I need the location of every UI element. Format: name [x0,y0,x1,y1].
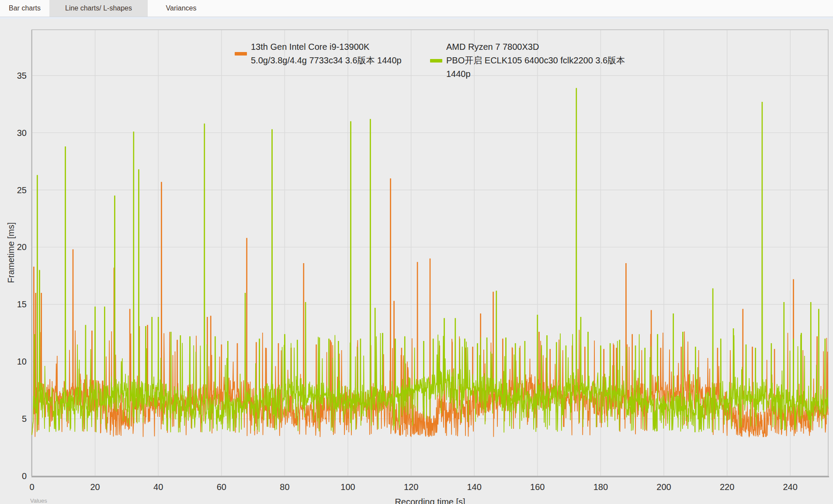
y-tick-label: 15 [17,299,27,309]
y-tick-label: 20 [17,242,27,252]
x-tick-label: 20 [90,482,100,492]
legend-line: AMD Ryzen 7 7800X3D [446,40,625,54]
tab-bar: Bar charts Line charts/ L-shapes Varianc… [0,0,833,17]
x-axis-title: Recording time [s] [395,497,465,504]
y-tick-label: 5 [22,414,27,424]
x-tick-label: 240 [783,482,798,492]
x-tick-label: 140 [467,482,482,492]
tab-bar-charts[interactable]: Bar charts [0,0,49,17]
x-tick-label: 0 [29,482,34,492]
tab-variances[interactable]: Variances [148,0,215,17]
y-tick-label: 25 [17,185,27,195]
y-axis-title: Frametime [ms] [6,222,16,283]
y-tick-label: 10 [17,357,27,366]
intel-series-swatch [235,52,247,56]
legend-item-intel: 13th Gen Intel Core i9-13900K 5.0g/3.8g/… [235,40,402,67]
frametime-chart: 0204060801001201401601802002202400510152… [0,0,833,504]
legend-line: 1440p [446,67,625,81]
tab-bar-separator [0,17,833,19]
legend-line: 5.0g/3.8g/4.4g 7733c34 3.6版本 1440p [251,54,402,67]
y-tick-label: 30 [17,128,27,138]
x-tick-label: 100 [340,482,355,492]
values-label: Values [30,497,47,504]
x-tick-label: 160 [530,482,545,492]
series-spikes-0 [34,178,817,390]
y-tick-label: 0 [22,471,27,481]
x-tick-label: 220 [720,482,734,492]
tab-line-charts-l-shapes[interactable]: Line charts/ L-shapes [49,0,148,17]
amd-series-swatch [430,59,442,63]
y-tick-label: 35 [17,71,27,80]
legend-line: 13th Gen Intel Core i9-13900K [251,40,402,54]
x-tick-label: 40 [153,482,163,492]
legend-line: PBO开启 ECLK105 6400c30 fclk2200 3.6版本 [446,54,625,67]
x-tick-label: 80 [280,482,289,492]
x-tick-label: 120 [404,482,418,492]
x-tick-label: 200 [656,482,671,492]
x-tick-label: 180 [594,482,608,492]
x-tick-label: 60 [217,482,226,492]
chart-canvas: 0204060801001201401601802002202400510152… [0,0,833,504]
legend-item-amd: AMD Ryzen 7 7800X3D PBO开启 ECLK105 6400c3… [430,40,625,81]
